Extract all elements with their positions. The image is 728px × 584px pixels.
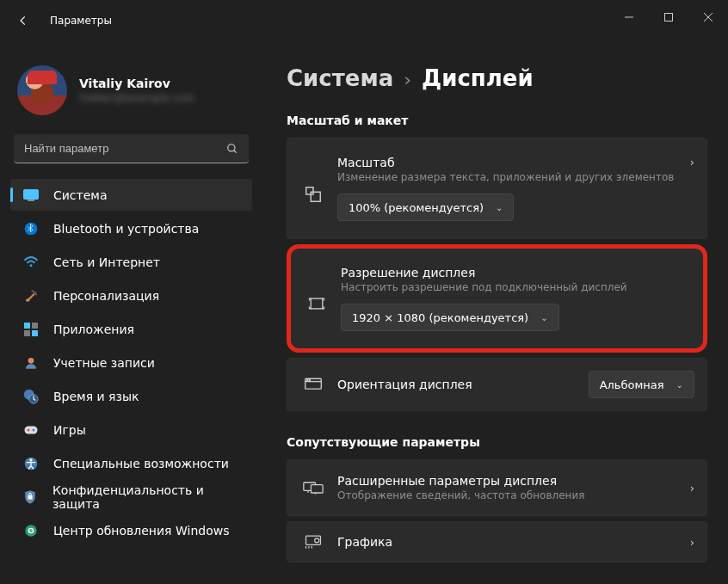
svg-rect-7 xyxy=(28,200,34,201)
chevron-right-icon: › xyxy=(690,482,694,495)
svg-rect-25 xyxy=(311,192,320,201)
chevron-right-icon: › xyxy=(690,536,694,549)
chevron-right-icon: › xyxy=(690,156,694,169)
nav-item-privacy[interactable]: Конфиденциальность и защита xyxy=(10,481,252,513)
nav-label: Система xyxy=(53,188,107,202)
gamepad-icon xyxy=(22,421,40,439)
accessibility-icon xyxy=(22,455,40,472)
avatar xyxy=(17,65,67,115)
card-title: Ориентация дисплея xyxy=(337,378,589,391)
clock-globe-icon xyxy=(22,388,40,405)
nav-label: Специальные возможности xyxy=(53,457,229,470)
nav-label: Конфиденциальность и защита xyxy=(52,483,244,511)
user-name: Vitaliy Kairov xyxy=(79,77,194,90)
card-graphics[interactable]: Графика › xyxy=(287,521,707,562)
svg-rect-11 xyxy=(32,323,38,329)
nav-label: Сеть и Интернет xyxy=(53,255,160,269)
nav-label: Время и язык xyxy=(53,390,139,403)
wifi-icon xyxy=(22,254,40,271)
graphics-icon xyxy=(301,534,325,550)
close-button[interactable] xyxy=(688,0,728,34)
nav-item-apps[interactable]: Приложения xyxy=(10,313,252,345)
nav-item-gaming[interactable]: Игры xyxy=(10,414,252,446)
nav-label: Учетные записи xyxy=(53,356,155,370)
search-input[interactable] xyxy=(24,142,226,155)
nav-item-bluetooth[interactable]: Bluetooth и устройства xyxy=(10,212,252,244)
svg-point-21 xyxy=(29,458,32,461)
dropdown-value: Альбомная xyxy=(600,378,664,391)
user-email: hidden@example.com xyxy=(79,92,194,104)
nav-list: Система Bluetooth и устройства Сеть и Ин… xyxy=(10,179,252,546)
search-icon xyxy=(226,143,238,155)
breadcrumb: Система › Дисплей xyxy=(287,65,707,91)
svg-point-4 xyxy=(228,144,235,151)
svg-point-18 xyxy=(28,428,30,431)
svg-rect-26 xyxy=(311,298,323,309)
breadcrumb-parent[interactable]: Система xyxy=(287,65,393,91)
search-box[interactable] xyxy=(14,134,249,163)
nav-label: Приложения xyxy=(53,323,134,336)
nav-item-network[interactable]: Сеть и Интернет xyxy=(10,246,252,278)
svg-line-5 xyxy=(234,150,237,152)
section-related-heading: Сопутствующие параметры xyxy=(287,435,707,449)
nav-label: Персонализация xyxy=(53,289,159,303)
card-subtitle: Настроить разрешение под подключенный ди… xyxy=(341,281,691,293)
nav-item-accessibility[interactable]: Специальные возможности xyxy=(10,447,252,479)
window-title: Параметры xyxy=(50,15,112,27)
svg-point-14 xyxy=(28,358,34,364)
nav-label: Центр обновления Windows xyxy=(53,524,229,538)
card-title: Расширенные параметры дисплея xyxy=(337,474,683,488)
bluetooth-icon xyxy=(22,220,40,237)
main-content: Система › Дисплей Масштаб и макет Масшта… xyxy=(262,41,728,584)
user-block[interactable]: Vitaliy Kairov hidden@example.com xyxy=(10,41,252,134)
orientation-icon xyxy=(301,377,325,392)
resolution-dropdown[interactable]: 1920 × 1080 (рекомендуется) ⌄ xyxy=(341,304,559,331)
card-scale[interactable]: Масштаб Изменение размера текста, прилож… xyxy=(287,138,707,239)
update-icon xyxy=(22,522,40,539)
window-controls xyxy=(609,0,728,34)
svg-rect-12 xyxy=(24,330,30,336)
svg-rect-6 xyxy=(24,189,39,199)
svg-point-39 xyxy=(315,538,319,543)
svg-rect-1 xyxy=(665,14,673,22)
svg-point-23 xyxy=(25,525,36,536)
person-icon xyxy=(22,354,40,372)
nav-item-accounts[interactable]: Учетные записи xyxy=(10,347,252,378)
card-advanced-display[interactable]: Расширенные параметры дисплея Отображени… xyxy=(287,459,707,516)
scale-icon xyxy=(301,185,325,204)
dropdown-value: 100% (рекомендуется) xyxy=(349,201,484,214)
multi-monitor-icon xyxy=(301,480,325,495)
minimize-button[interactable] xyxy=(609,0,649,34)
scale-dropdown[interactable]: 100% (рекомендуется) ⌄ xyxy=(337,194,514,221)
apps-icon xyxy=(22,321,40,338)
nav-item-time-language[interactable]: Время и язык xyxy=(10,380,252,412)
svg-point-29 xyxy=(307,379,308,380)
shield-icon xyxy=(22,489,39,506)
resolution-icon xyxy=(305,295,329,312)
chevron-right-icon: › xyxy=(404,69,411,90)
nav-item-system[interactable]: Система xyxy=(10,179,252,211)
nav-label: Игры xyxy=(53,423,86,437)
chevron-down-icon: ⌄ xyxy=(540,313,547,323)
card-title: Разрешение дисплея xyxy=(341,266,691,280)
card-title: Графика xyxy=(337,535,683,549)
svg-point-30 xyxy=(309,379,310,380)
card-title: Масштаб xyxy=(337,156,683,169)
svg-point-9 xyxy=(30,264,33,267)
back-button[interactable] xyxy=(17,15,33,27)
card-subtitle: Изменение размера текста, приложений и д… xyxy=(337,171,683,183)
svg-rect-10 xyxy=(24,323,30,329)
svg-rect-22 xyxy=(28,495,33,500)
nav-item-windows-update[interactable]: Центр обновления Windows xyxy=(10,514,252,546)
svg-point-19 xyxy=(33,428,35,431)
nav-item-personalization[interactable]: Персонализация xyxy=(10,280,252,311)
card-orientation[interactable]: Ориентация дисплея Альбомная ⌄ xyxy=(287,358,707,411)
svg-rect-13 xyxy=(32,330,38,336)
brush-icon xyxy=(22,287,40,304)
orientation-dropdown[interactable]: Альбомная ⌄ xyxy=(589,371,694,398)
maximize-button[interactable] xyxy=(649,0,688,34)
card-resolution[interactable]: Разрешение дисплея Настроить разрешение … xyxy=(287,244,707,353)
section-scale-heading: Масштаб и макет xyxy=(287,114,707,127)
chevron-down-icon: ⌄ xyxy=(496,203,503,212)
card-subtitle: Отображение сведений, частота обновления xyxy=(337,489,683,501)
